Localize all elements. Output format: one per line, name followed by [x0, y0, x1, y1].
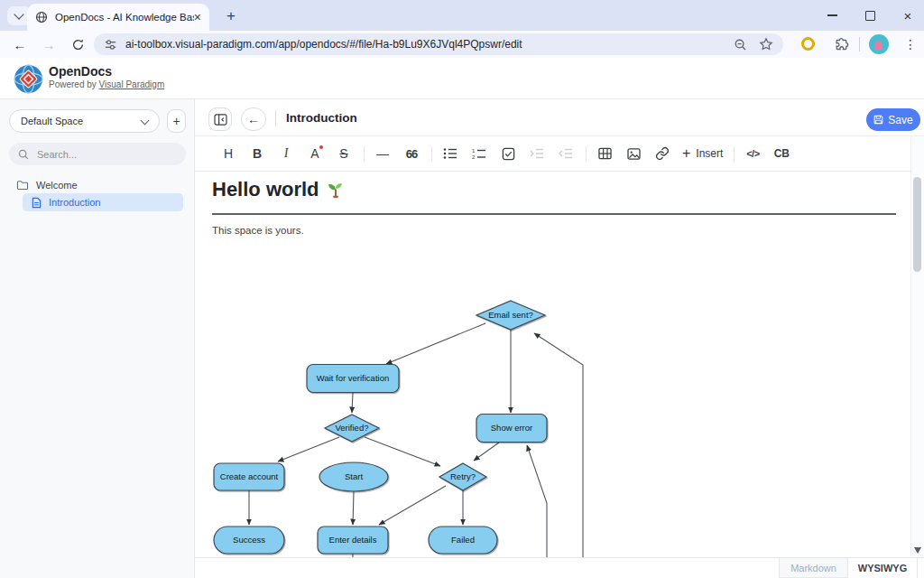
document-icon: [32, 197, 42, 209]
window-close-button[interactable]: ×: [894, 5, 921, 26]
document-heading: Hello world: [212, 178, 345, 201]
toggle-sidebar-button[interactable]: [208, 107, 232, 131]
insert-button[interactable]: + Insert: [682, 144, 723, 163]
svg-text:1: 1: [472, 148, 476, 154]
browser-navbar: ← → ai-toolbox.visual-paradigm.com/app/o…: [0, 31, 924, 58]
tab-close-icon[interactable]: ×: [194, 11, 201, 23]
plus-icon: +: [682, 145, 690, 162]
flow-node-label-verified: Verified?: [336, 423, 369, 433]
space-selector[interactable]: Default Space: [9, 109, 160, 133]
link-button[interactable]: [653, 144, 671, 163]
back-button[interactable]: ←: [10, 35, 30, 53]
indent-button[interactable]: [528, 144, 546, 163]
search-input[interactable]: [35, 148, 156, 161]
extension-ring-icon[interactable]: [801, 37, 815, 51]
outdent-icon: [559, 147, 573, 160]
flow-node-retry: Retry?: [439, 463, 486, 490]
panel-left-icon: [214, 114, 227, 126]
flow-edge-offscreen-bottom-to-email-sent: [534, 333, 583, 557]
flow-node-label-start: Start: [345, 471, 363, 481]
image-button[interactable]: [624, 144, 642, 163]
svg-text:2: 2: [472, 154, 476, 160]
inline-code-button[interactable]: </>: [744, 144, 762, 163]
toolbar-separator: [859, 37, 860, 51]
indent-icon: [530, 147, 544, 160]
tab-wysiwyg[interactable]: WYSIWYG: [848, 558, 918, 578]
divider: [275, 110, 276, 126]
flow-node-show-error: Show error: [476, 415, 547, 443]
browser-tab-strip: OpenDocs - AI Knowledge Base × + ×: [0, 0, 924, 31]
browser-window: OpenDocs - AI Knowledge Base × + × ← → a…: [0, 0, 924, 578]
flow-node-enter-details: Enter details: [318, 527, 388, 554]
document-content[interactable]: Hello world This space is yours.: [195, 172, 910, 557]
flow-edge-wait-verification-to-verified: [352, 393, 353, 413]
ordered-list-button[interactable]: 1 2: [470, 144, 488, 163]
chevron-down-icon: [14, 9, 23, 19]
save-button[interactable]: Save: [866, 108, 920, 131]
site-settings-icon: [104, 38, 117, 51]
toolbar-divider: [734, 146, 735, 162]
reload-icon: [71, 38, 85, 51]
add-space-button[interactable]: +: [167, 109, 186, 133]
task-list-button[interactable]: [499, 144, 517, 163]
address-bar[interactable]: ai-toolbox.visual-paradigm.com/app/opend…: [94, 33, 783, 55]
scrollbar-down-arrow-icon[interactable]: [914, 547, 921, 554]
forward-button[interactable]: →: [39, 35, 59, 53]
reload-button[interactable]: [68, 35, 88, 53]
flow-node-label-enter-details: Enter details: [329, 535, 377, 545]
new-tab-button[interactable]: +: [220, 5, 242, 27]
page-title: Introduction: [286, 111, 357, 125]
tab-title: OpenDocs - AI Knowledge Base: [55, 12, 194, 23]
flowchart-diagram[interactable]: Email sent?Wait for verificationVerified…: [195, 295, 910, 557]
save-icon: [873, 115, 883, 125]
powered-by: Powered by Visual Paradigm: [49, 79, 164, 89]
bookmark-star-icon[interactable]: [759, 37, 773, 51]
horizontal-rule-button[interactable]: —: [374, 144, 392, 163]
font-color-button[interactable]: A: [306, 144, 324, 163]
window-minimize-button[interactable]: [818, 5, 845, 26]
bullet-list-button[interactable]: [441, 144, 459, 163]
bold-button[interactable]: B: [248, 144, 266, 163]
flow-node-create-account: Create account: [214, 463, 284, 490]
seedling-emoji-icon: [327, 181, 345, 199]
browser-tab-active[interactable]: OpenDocs - AI Knowledge Base ×: [27, 4, 209, 31]
sidebar-item-introduction[interactable]: Introduction: [23, 193, 183, 211]
minimize-icon: [827, 14, 837, 16]
flow-node-verified: Verified?: [325, 415, 379, 442]
color-dot: [319, 145, 323, 149]
flow-node-label-success: Success: [233, 535, 265, 545]
editor-pane: ← Introduction Save H B I A S — 66: [195, 99, 924, 578]
window-maximize-button[interactable]: [856, 5, 883, 26]
table-button[interactable]: [596, 144, 614, 163]
toolbar-divider: [586, 146, 587, 162]
chevron-down-icon: [141, 116, 150, 125]
search-icon: [18, 149, 29, 160]
image-icon: [627, 148, 641, 160]
visual-paradigm-link[interactable]: Visual Paradigm: [99, 79, 165, 89]
browser-menu-button[interactable]: ⋮: [901, 35, 919, 53]
heading-button[interactable]: H: [219, 144, 237, 163]
search-box[interactable]: [9, 143, 186, 165]
tab-markdown[interactable]: Markdown: [779, 558, 848, 578]
blockquote-button[interactable]: 66: [402, 144, 420, 163]
document-paragraph: This space is yours.: [212, 225, 304, 236]
code-block-button[interactable]: CB: [772, 144, 790, 163]
editor-statusbar: Markdown WYSIWYG: [195, 557, 924, 578]
strikethrough-button[interactable]: S: [335, 144, 353, 163]
back-button-editor[interactable]: ←: [241, 107, 266, 131]
bullet-list-icon: [443, 147, 457, 160]
zoom-icon[interactable]: [734, 38, 747, 51]
flow-edge-email-sent-to-wait-verification: [386, 323, 485, 364]
flow-node-label-wait-verification: Wait for verification: [317, 373, 389, 383]
flow-node-failed: Failed: [429, 527, 497, 554]
extensions-puzzle-icon[interactable]: [833, 36, 849, 52]
folder-icon: [16, 180, 29, 191]
italic-button[interactable]: I: [277, 144, 295, 163]
browser-profile-avatar[interactable]: [869, 34, 889, 54]
scrollbar-thumb[interactable]: [913, 177, 921, 272]
sidebar-item-welcome[interactable]: Welcome: [16, 177, 78, 193]
flow-edge-show-error-to-retry: [474, 443, 499, 461]
outdent-button[interactable]: [557, 144, 575, 163]
editor-header: ← Introduction Save: [195, 99, 924, 136]
vertical-scrollbar[interactable]: [910, 136, 924, 557]
